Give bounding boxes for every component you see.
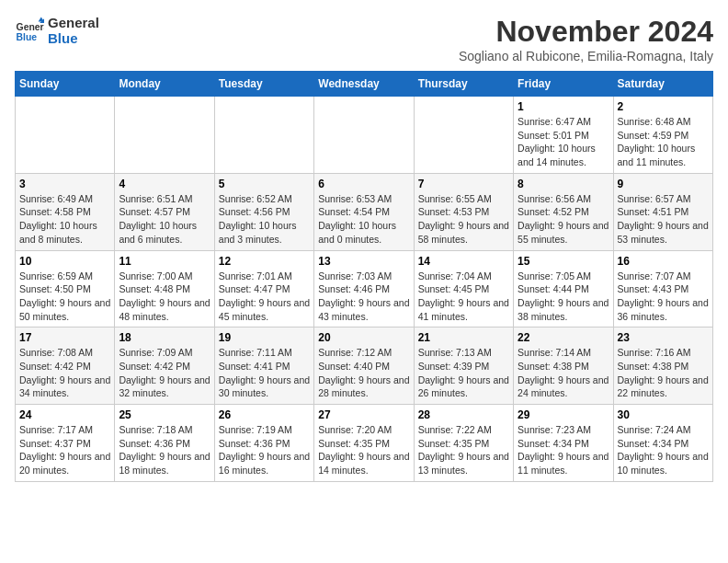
calendar-cell: 30 Sunrise: 7:24 AMSunset: 4:34 PMDaylig… bbox=[613, 405, 712, 482]
calendar-cell: 4 Sunrise: 6:51 AMSunset: 4:57 PMDayligh… bbox=[115, 173, 214, 250]
day-info: Sunrise: 6:49 AMSunset: 4:58 PMDaylight:… bbox=[19, 193, 97, 245]
day-info: Sunrise: 7:08 AMSunset: 4:42 PMDaylight:… bbox=[19, 347, 110, 398]
day-number: 15 bbox=[518, 255, 609, 268]
calendar-cell: 18 Sunrise: 7:09 AMSunset: 4:42 PMDaylig… bbox=[115, 327, 214, 405]
calendar-cell bbox=[115, 97, 214, 174]
day-info: Sunrise: 7:03 AMSunset: 4:46 PMDaylight:… bbox=[318, 270, 409, 322]
day-info: Sunrise: 7:11 AMSunset: 4:41 PMDaylight:… bbox=[219, 347, 310, 398]
day-number: 23 bbox=[618, 331, 709, 344]
title-block: November 2024 Sogliano al Rubicone, Emil… bbox=[459, 15, 713, 63]
day-info: Sunrise: 6:53 AMSunset: 4:54 PMDaylight:… bbox=[318, 193, 396, 245]
calendar-cell bbox=[214, 97, 313, 174]
day-info: Sunrise: 6:52 AMSunset: 4:56 PMDaylight:… bbox=[219, 193, 297, 245]
calendar-cell: 16 Sunrise: 7:07 AMSunset: 4:43 PMDaylig… bbox=[613, 250, 712, 327]
logo-line1: General bbox=[48, 15, 99, 30]
calendar-cell: 11 Sunrise: 7:00 AMSunset: 4:48 PMDaylig… bbox=[115, 250, 214, 327]
day-number: 25 bbox=[119, 408, 210, 421]
day-info: Sunrise: 6:47 AMSunset: 5:01 PMDaylight:… bbox=[518, 116, 596, 167]
calendar-cell: 7 Sunrise: 6:55 AMSunset: 4:53 PMDayligh… bbox=[414, 173, 513, 250]
day-number: 5 bbox=[219, 178, 310, 190]
logo-icon: General Blue bbox=[15, 16, 44, 45]
calendar-cell: 3 Sunrise: 6:49 AMSunset: 4:58 PMDayligh… bbox=[16, 173, 115, 250]
month-title: November 2024 bbox=[459, 15, 713, 49]
location-subtitle: Sogliano al Rubicone, Emilia-Romagna, It… bbox=[459, 49, 713, 63]
calendar-cell: 12 Sunrise: 7:01 AMSunset: 4:47 PMDaylig… bbox=[214, 250, 313, 327]
day-number: 16 bbox=[618, 255, 709, 268]
calendar-cell: 6 Sunrise: 6:53 AMSunset: 4:54 PMDayligh… bbox=[314, 173, 414, 250]
calendar-cell: 28 Sunrise: 7:22 AMSunset: 4:35 PMDaylig… bbox=[414, 405, 513, 482]
day-info: Sunrise: 6:56 AMSunset: 4:52 PMDaylight:… bbox=[518, 193, 609, 245]
calendar-cell: 20 Sunrise: 7:12 AMSunset: 4:40 PMDaylig… bbox=[314, 327, 414, 405]
day-number: 11 bbox=[119, 255, 210, 268]
calendar-cell: 26 Sunrise: 7:19 AMSunset: 4:36 PMDaylig… bbox=[214, 405, 313, 482]
day-info: Sunrise: 7:22 AMSunset: 4:35 PMDaylight:… bbox=[418, 424, 509, 476]
day-number: 12 bbox=[219, 255, 310, 268]
day-number: 28 bbox=[418, 408, 509, 421]
day-info: Sunrise: 7:04 AMSunset: 4:45 PMDaylight:… bbox=[418, 270, 509, 322]
day-info: Sunrise: 6:55 AMSunset: 4:53 PMDaylight:… bbox=[418, 193, 509, 245]
header-tuesday: Tuesday bbox=[214, 72, 313, 97]
day-info: Sunrise: 7:05 AMSunset: 4:44 PMDaylight:… bbox=[518, 270, 609, 322]
day-number: 21 bbox=[418, 331, 509, 344]
header-thursday: Thursday bbox=[414, 72, 513, 97]
header-friday: Friday bbox=[514, 72, 613, 97]
day-number: 10 bbox=[19, 255, 110, 268]
day-info: Sunrise: 7:01 AMSunset: 4:47 PMDaylight:… bbox=[219, 270, 310, 322]
day-number: 7 bbox=[418, 178, 509, 190]
calendar-cell: 8 Sunrise: 6:56 AMSunset: 4:52 PMDayligh… bbox=[514, 173, 613, 250]
day-number: 1 bbox=[518, 100, 609, 113]
day-number: 4 bbox=[119, 178, 210, 190]
day-info: Sunrise: 7:09 AMSunset: 4:42 PMDaylight:… bbox=[119, 347, 210, 398]
calendar-cell bbox=[414, 97, 513, 174]
day-number: 9 bbox=[618, 178, 709, 190]
calendar-week-row: 3 Sunrise: 6:49 AMSunset: 4:58 PMDayligh… bbox=[16, 173, 713, 250]
calendar-week-row: 24 Sunrise: 7:17 AMSunset: 4:37 PMDaylig… bbox=[16, 405, 713, 482]
header-monday: Monday bbox=[115, 72, 214, 97]
svg-text:Blue: Blue bbox=[17, 32, 38, 42]
calendar-cell: 13 Sunrise: 7:03 AMSunset: 4:46 PMDaylig… bbox=[314, 250, 414, 327]
day-number: 14 bbox=[418, 255, 509, 268]
day-number: 24 bbox=[19, 408, 110, 421]
day-number: 27 bbox=[318, 408, 409, 421]
logo: General Blue General Blue bbox=[15, 15, 99, 46]
day-info: Sunrise: 7:13 AMSunset: 4:39 PMDaylight:… bbox=[418, 347, 509, 398]
calendar-cell: 19 Sunrise: 7:11 AMSunset: 4:41 PMDaylig… bbox=[214, 327, 313, 405]
day-info: Sunrise: 7:23 AMSunset: 4:34 PMDaylight:… bbox=[518, 424, 609, 476]
calendar-cell: 22 Sunrise: 7:14 AMSunset: 4:38 PMDaylig… bbox=[514, 327, 613, 405]
svg-text:General: General bbox=[17, 22, 44, 32]
calendar-header-row: Sunday Monday Tuesday Wednesday Thursday… bbox=[16, 72, 713, 97]
day-info: Sunrise: 6:48 AMSunset: 4:59 PMDaylight:… bbox=[618, 116, 696, 167]
day-number: 26 bbox=[219, 408, 310, 421]
day-info: Sunrise: 7:17 AMSunset: 4:37 PMDaylight:… bbox=[19, 424, 110, 476]
calendar-cell: 5 Sunrise: 6:52 AMSunset: 4:56 PMDayligh… bbox=[214, 173, 313, 250]
day-number: 29 bbox=[518, 408, 609, 421]
day-info: Sunrise: 6:57 AMSunset: 4:51 PMDaylight:… bbox=[618, 193, 709, 245]
day-info: Sunrise: 7:00 AMSunset: 4:48 PMDaylight:… bbox=[119, 270, 210, 322]
header-sunday: Sunday bbox=[16, 72, 115, 97]
day-info: Sunrise: 7:07 AMSunset: 4:43 PMDaylight:… bbox=[618, 270, 709, 322]
calendar-week-row: 17 Sunrise: 7:08 AMSunset: 4:42 PMDaylig… bbox=[16, 327, 713, 405]
day-number: 13 bbox=[318, 255, 409, 268]
day-number: 3 bbox=[19, 178, 110, 190]
day-number: 6 bbox=[318, 178, 409, 190]
day-info: Sunrise: 7:12 AMSunset: 4:40 PMDaylight:… bbox=[318, 347, 409, 398]
calendar-cell bbox=[314, 97, 414, 174]
day-number: 22 bbox=[518, 331, 609, 344]
calendar-cell: 23 Sunrise: 7:16 AMSunset: 4:38 PMDaylig… bbox=[613, 327, 712, 405]
day-info: Sunrise: 7:20 AMSunset: 4:35 PMDaylight:… bbox=[318, 424, 409, 476]
header-saturday: Saturday bbox=[613, 72, 712, 97]
calendar-cell: 17 Sunrise: 7:08 AMSunset: 4:42 PMDaylig… bbox=[16, 327, 115, 405]
calendar-cell: 21 Sunrise: 7:13 AMSunset: 4:39 PMDaylig… bbox=[414, 327, 513, 405]
day-number: 20 bbox=[318, 331, 409, 344]
calendar-cell: 24 Sunrise: 7:17 AMSunset: 4:37 PMDaylig… bbox=[16, 405, 115, 482]
day-info: Sunrise: 7:19 AMSunset: 4:36 PMDaylight:… bbox=[219, 424, 310, 476]
calendar-cell: 1 Sunrise: 6:47 AMSunset: 5:01 PMDayligh… bbox=[514, 97, 613, 174]
page-header: General Blue General Blue November 2024 … bbox=[15, 15, 713, 63]
calendar-cell: 15 Sunrise: 7:05 AMSunset: 4:44 PMDaylig… bbox=[514, 250, 613, 327]
day-info: Sunrise: 7:18 AMSunset: 4:36 PMDaylight:… bbox=[119, 424, 210, 476]
day-info: Sunrise: 6:59 AMSunset: 4:50 PMDaylight:… bbox=[19, 270, 110, 322]
calendar-cell: 25 Sunrise: 7:18 AMSunset: 4:36 PMDaylig… bbox=[115, 405, 214, 482]
day-number: 30 bbox=[618, 408, 709, 421]
day-info: Sunrise: 7:14 AMSunset: 4:38 PMDaylight:… bbox=[518, 347, 609, 398]
day-number: 17 bbox=[19, 331, 110, 344]
